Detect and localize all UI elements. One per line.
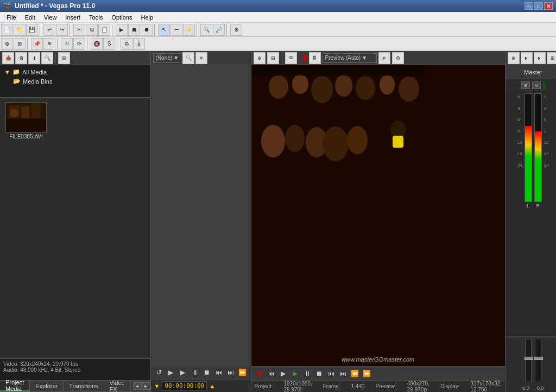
pv-snap-btn[interactable]: ⊕ [254, 52, 266, 64]
tab-video-fx[interactable]: Video FX [104, 381, 131, 391]
master-fader-right[interactable] [535, 339, 541, 382]
tb-undo[interactable]: ↩ [43, 24, 55, 36]
pv-play-loop-btn[interactable]: ▶ [290, 369, 300, 378]
trim-ff-btn[interactable]: ⏩ [238, 368, 248, 377]
tb-copy[interactable]: ⧉ [86, 24, 98, 36]
tb2-enable-snap[interactable]: 📌 [31, 38, 43, 50]
tree-item-all-media[interactable]: ▼ 📁 All Media [2, 67, 148, 77]
tb2-mute[interactable]: 🔇 [91, 38, 103, 50]
fader-knob-left[interactable] [525, 357, 533, 360]
menu-insert[interactable]: Insert [61, 12, 85, 23]
tb2-ripple[interactable]: ≋ [43, 38, 55, 50]
pv-display-info: 317x178x32, 12.756 [471, 381, 502, 393]
audio-tb1[interactable]: ⊕ [508, 52, 520, 64]
pv-record-btn[interactable]: ⏺ [255, 369, 264, 378]
pv-stop-btn[interactable]: ⏹ [314, 369, 324, 378]
tb-open[interactable]: 📁 [14, 24, 26, 36]
maximize-button[interactable]: □ [534, 2, 543, 10]
menu-edit[interactable]: Edit [21, 12, 40, 23]
media-views-btn[interactable]: ⊞ [58, 52, 70, 64]
pv-channel-btn[interactable]: 🎛 [309, 52, 321, 64]
tb-stop[interactable]: ⏹ [128, 24, 140, 36]
tb-record[interactable]: ⏺ [141, 24, 153, 36]
trim-area [151, 65, 251, 365]
trim-zoom-btn[interactable]: 🔍 [182, 52, 194, 64]
pv-settings-btn[interactable]: ⚙ [392, 52, 404, 64]
tb-play[interactable]: ▶ [116, 24, 128, 36]
audio-tb4[interactable]: ⊞ [547, 52, 556, 64]
tab-explorer[interactable]: Explorer [30, 381, 64, 391]
trim-close-btn[interactable]: ✕ [195, 52, 207, 64]
trim-prev-btn[interactable]: ⏮ [214, 368, 224, 377]
close-button[interactable]: ✕ [544, 2, 553, 10]
audio-settings-btn[interactable]: ⚙ [521, 81, 530, 89]
media-item-name-0: FILE0305.AVI [9, 134, 43, 140]
tb2-preferences[interactable]: ⚙ [121, 38, 132, 50]
toolbar-main: 📄 📁 💾 ↩ ↪ ✂ ⧉ 📋 ▶ ⏹ ⏺ ↖ ⊢ ⚡ 🔍 🔎 ⚙ [0, 23, 556, 37]
menu-help[interactable]: Help [136, 12, 157, 23]
trim-next-btn[interactable]: ⏭ [226, 368, 236, 377]
pv-pause-btn[interactable]: ⏸ [302, 369, 312, 378]
tb-save[interactable]: 💾 [26, 24, 38, 36]
trim-refresh-btn[interactable]: ↺ [154, 368, 164, 377]
audio-tb2[interactable]: ⏵ [521, 52, 533, 64]
pv-ext-btn[interactable]: ⧉ [285, 52, 297, 64]
tb2-solo[interactable]: S [103, 38, 115, 50]
audio-knob[interactable] [543, 81, 545, 89]
trim-play-sel-btn[interactable]: ▶ [178, 368, 188, 377]
pv-zoom-btn[interactable]: ⊞ [267, 52, 279, 64]
tb2-snapping[interactable]: ⊕ [1, 38, 13, 50]
pv-ff-btn[interactable]: ⏩ [362, 369, 372, 378]
left-panel: 📥 🗑 ℹ 🔍 ⊞ ▼ 📁 All Media 📂 Media Bins [0, 51, 151, 392]
tb2-grid[interactable]: ⊞ [14, 38, 26, 50]
media-search-btn[interactable]: 🔍 [41, 52, 53, 64]
pv-grid-btn[interactable]: # [378, 52, 390, 64]
trim-preset-dropdown[interactable]: (None) ▼ [153, 53, 181, 63]
tb2-loop[interactable]: ↻ [61, 38, 73, 50]
menu-options[interactable]: Options [108, 12, 137, 23]
audio-tb3[interactable]: ⏵ [534, 52, 546, 64]
tb-trim[interactable]: ⊢ [170, 24, 182, 36]
minimize-button[interactable]: ─ [525, 2, 533, 10]
tb-redo[interactable]: ↪ [56, 24, 68, 36]
menu-file[interactable]: File [2, 12, 21, 23]
tab-scroll-left-btn[interactable]: ◄ [133, 382, 142, 390]
pv-rewind-btn[interactable]: ⏪ [350, 369, 360, 378]
trim-stop-btn[interactable]: ⏹ [202, 368, 212, 377]
media-delete-btn[interactable]: 🗑 [15, 52, 27, 64]
pv-go-start-btn[interactable]: ⏮ [267, 369, 276, 378]
preview-controls: ⏺ ⏮ ▶ ▶ ⏸ ⏹ ⏮ ⏭ ⏪ ⏩ [251, 366, 505, 380]
tb2-sync[interactable]: ⟳ [73, 38, 85, 50]
audio-mute-btn[interactable]: M [532, 81, 541, 89]
tab-project-media[interactable]: Project Media [0, 381, 30, 391]
media-import-btn[interactable]: 📥 [2, 52, 14, 64]
tb-select[interactable]: ↖ [158, 24, 170, 36]
tb-paste[interactable]: 📋 [98, 24, 110, 36]
menu-view[interactable]: View [40, 12, 61, 23]
pv-next-frame-btn[interactable]: ⏭ [338, 369, 348, 378]
tb-new[interactable]: 📄 [1, 24, 13, 36]
fader-knob-right[interactable] [534, 357, 543, 360]
tb-zoom-in[interactable]: 🔍 [200, 24, 212, 36]
tab-transitions[interactable]: Transitions [64, 381, 104, 391]
tb2-sep2 [57, 38, 59, 50]
tb-split[interactable]: ⚡ [183, 24, 195, 36]
tb-cut[interactable]: ✂ [73, 24, 85, 36]
pv-preview-mode-dropdown[interactable]: Preview (Auto) ▼ [323, 53, 377, 63]
menu-tools[interactable]: Tools [85, 12, 108, 23]
tab-explorer-label: Explorer [35, 383, 58, 389]
tb-render[interactable]: ⚙ [230, 24, 242, 36]
pv-prev-frame-btn[interactable]: ⏮ [326, 369, 336, 378]
media-item-0[interactable]: FILE0305.AVI [4, 102, 48, 140]
tree-item-media-bins[interactable]: 📂 Media Bins [2, 77, 148, 86]
svg-point-10 [292, 74, 308, 94]
pv-play-btn[interactable]: ▶ [279, 369, 288, 378]
tab-scroll-right-btn[interactable]: ► [142, 382, 150, 390]
trim-pause-btn[interactable]: ⏸ [190, 368, 200, 377]
tb2-properties[interactable]: ℹ [133, 38, 145, 50]
fader-db-labels: 0.0 0.0 [506, 384, 556, 392]
trim-play-btn[interactable]: ▶ [166, 368, 176, 377]
tb-zoom-out[interactable]: 🔎 [213, 24, 225, 36]
master-fader-left[interactable] [525, 339, 532, 382]
media-properties-btn[interactable]: ℹ [28, 52, 40, 64]
